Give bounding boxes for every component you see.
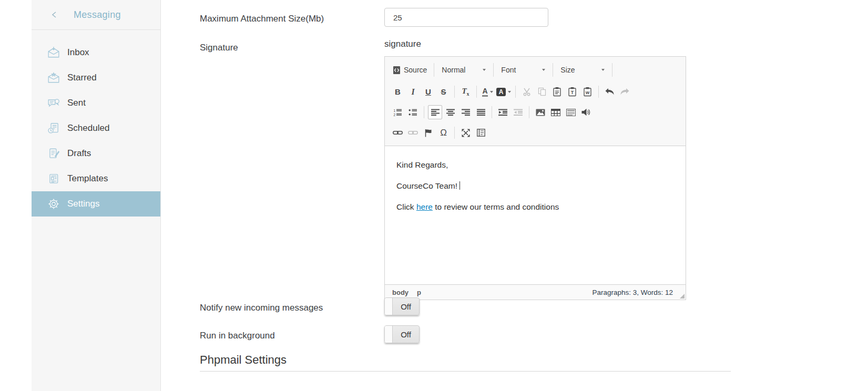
insert-image-button[interactable]	[533, 105, 547, 119]
increase-indent-button[interactable]	[496, 105, 510, 119]
sidebar-item-sent[interactable]: Sent	[32, 90, 160, 116]
chevron-down-icon	[508, 91, 511, 93]
link-chain-icon	[393, 130, 403, 136]
toolbar-separator	[529, 106, 529, 118]
toolbar-separator	[492, 106, 492, 118]
starred-envelope-icon	[47, 71, 60, 84]
maximize-arrows-icon	[462, 129, 470, 137]
toolbar-row-2: B I U S Tx A A	[390, 81, 680, 102]
flag-icon	[424, 129, 432, 137]
strikethrough-button[interactable]: S	[436, 85, 451, 99]
numbered-list-icon: 1 2	[393, 108, 402, 116]
bulleted-list-icon	[409, 108, 417, 116]
clipboard-icon	[553, 87, 561, 97]
align-right-button[interactable]	[458, 105, 473, 119]
chevron-down-icon	[601, 69, 605, 71]
show-blocks-button[interactable]	[474, 126, 488, 140]
italic-button[interactable]: I	[406, 85, 420, 99]
paste-from-word-button[interactable]: W	[580, 85, 595, 99]
bulleted-list-button[interactable]	[406, 105, 420, 119]
sidebar-item-label: Templates	[67, 173, 108, 184]
bold-button[interactable]: B	[391, 85, 405, 99]
align-right-icon	[462, 109, 470, 116]
sidebar-item-label: Inbox	[67, 47, 89, 58]
element-path-p[interactable]: p	[417, 289, 421, 296]
align-center-button[interactable]	[443, 105, 457, 119]
sidebar-item-inbox[interactable]: Inbox	[32, 40, 160, 65]
align-left-button[interactable]	[428, 105, 442, 119]
paragraph-format-dropdown[interactable]: Normal	[438, 66, 489, 74]
underline-button[interactable]: U	[421, 85, 435, 99]
toolbar-separator	[553, 63, 553, 77]
insert-audio-button[interactable]	[579, 105, 593, 119]
align-left-icon	[431, 109, 440, 116]
toolbar-separator	[424, 106, 424, 118]
remove-format-button[interactable]: Tx	[458, 85, 473, 99]
undo-button[interactable]	[603, 85, 617, 99]
sidebar-item-settings[interactable]: Settings	[32, 191, 160, 217]
redo-button[interactable]	[618, 85, 632, 99]
messaging-sidebar: Messaging Inbox Star	[32, 0, 161, 391]
toggle-state-label: Off	[393, 298, 419, 315]
chevron-down-icon	[490, 91, 493, 93]
special-character-button[interactable]: Ω	[436, 126, 451, 140]
justify-button[interactable]	[474, 105, 488, 119]
source-code-icon	[393, 66, 401, 75]
toolbar-row-4: Ω	[390, 122, 680, 143]
paste-button[interactable]	[550, 85, 564, 99]
decrease-indent-button[interactable]	[511, 105, 525, 119]
font-dropdown[interactable]: Font	[498, 66, 548, 74]
max-attachment-input[interactable]	[384, 8, 548, 27]
element-path-body[interactable]: body	[392, 289, 409, 296]
run-background-toggle[interactable]: Off	[384, 325, 420, 343]
insert-table-button[interactable]	[548, 105, 563, 119]
sidebar-item-starred[interactable]: Starred	[32, 65, 160, 90]
resize-handle[interactable]	[680, 294, 685, 299]
chevron-down-icon	[542, 69, 545, 71]
sidebar-item-label: Drafts	[67, 148, 91, 159]
word-count: Paragraphs: 3, Words: 12	[592, 289, 673, 296]
element-path: body p	[392, 289, 421, 296]
numbered-list-button[interactable]: 1 2	[391, 105, 405, 119]
redo-arrow-icon	[620, 88, 630, 96]
sidebar-item-templates[interactable]: Templates	[32, 166, 160, 191]
source-button[interactable]: Source	[390, 66, 430, 75]
remove-link-button[interactable]	[406, 126, 420, 140]
unlink-chain-icon	[408, 130, 418, 136]
sidebar-item-label: Sent	[67, 98, 86, 108]
source-button-label: Source	[404, 66, 427, 74]
back-chevron-icon[interactable]	[50, 11, 59, 19]
clipboard-text-icon: T	[568, 87, 577, 97]
editor-toolbar: Source Normal Font Size	[385, 57, 686, 146]
editor-content-area[interactable]: Kind Regards, CourseCo Team! Click here …	[385, 146, 686, 284]
svg-text:2: 2	[394, 113, 396, 117]
text-color-button[interactable]: A	[481, 85, 495, 99]
terms-link[interactable]: here	[416, 202, 433, 211]
signature-paragraph: CourseCo Team!	[396, 181, 674, 191]
cut-button[interactable]	[519, 85, 534, 99]
text-cursor	[459, 181, 460, 190]
image-icon	[536, 109, 545, 116]
size-dropdown[interactable]: Size	[557, 66, 608, 74]
signature-paragraph: Click here to review our terms and condi…	[396, 202, 674, 212]
notify-messages-toggle[interactable]: Off	[384, 297, 420, 315]
background-color-button[interactable]: A	[496, 85, 512, 99]
show-blocks-icon	[477, 129, 485, 137]
drafts-document-pen-icon	[47, 147, 60, 160]
sidebar-item-scheduled[interactable]: Scheduled	[32, 116, 160, 141]
paste-plain-text-button[interactable]: T	[565, 85, 579, 99]
toolbar-row-1: Source Normal Font Size	[390, 58, 680, 81]
maximize-button[interactable]	[458, 126, 473, 140]
toolbar-separator	[612, 63, 612, 77]
toolbar-separator	[598, 86, 599, 98]
align-center-icon	[446, 109, 455, 116]
increase-indent-icon	[498, 109, 507, 116]
toggle-state-label: Off	[393, 326, 419, 343]
insert-div-button[interactable]	[564, 105, 578, 119]
toggle-knob	[385, 326, 393, 343]
copy-button[interactable]	[535, 85, 549, 99]
sidebar-item-drafts[interactable]: Drafts	[32, 141, 160, 166]
anchor-flag-button[interactable]	[421, 126, 435, 140]
svg-text:T: T	[571, 90, 574, 95]
insert-link-button[interactable]	[391, 126, 405, 140]
